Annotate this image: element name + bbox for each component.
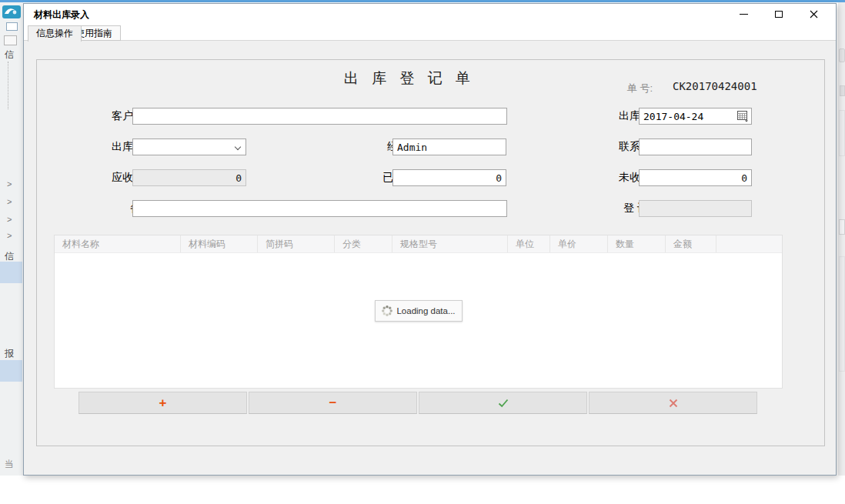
dialog-title: 材料出库录入	[34, 8, 89, 22]
plus-icon: +	[159, 396, 167, 411]
tab-page-content: 出 库 登 记 单 单 号: CK20170424001 客户名称 出库日期 出…	[24, 41, 837, 476]
calendar-icon[interactable]	[737, 111, 749, 122]
window-icon[interactable]	[6, 22, 18, 31]
col-unit[interactable]: 单位	[508, 235, 550, 252]
order-no-label: 单 号:	[597, 82, 653, 95]
col-amount[interactable]: 金额	[666, 235, 716, 252]
parent-sidebar-fragment: 信 > > > > 信 报 当	[0, 2, 23, 476]
sidebar-label-fragment: 信	[5, 48, 14, 62]
maximize-icon	[775, 11, 783, 18]
action-bar: + −	[78, 392, 757, 414]
chevron-down-icon	[235, 144, 241, 150]
parent-window-fragment	[840, 85, 845, 96]
screen: 信 > > > > 信 报 当 材料出库录入 信息操作 使用指南	[0, 0, 845, 504]
out-date-input[interactable]	[640, 108, 733, 124]
out-date-picker[interactable]	[639, 108, 752, 125]
parent-window-top-accent	[0, 0, 845, 2]
spinner-icon	[382, 305, 392, 316]
search-box-fragment-icon[interactable]	[4, 35, 17, 45]
tree-dotted-line	[8, 62, 8, 109]
col-unit-price[interactable]: 单价	[550, 235, 608, 252]
tabstrip: 信息操作 使用指南	[24, 24, 836, 41]
col-quantity[interactable]: 数量	[608, 235, 666, 252]
registrant-input	[639, 200, 752, 217]
sidebar-label-fragment: 报	[5, 347, 14, 360]
loading-text: Loading data...	[396, 306, 455, 315]
out-type-select[interactable]	[132, 139, 246, 155]
parent-window-fragment	[839, 256, 845, 372]
statusbar-label-fragment: 当	[5, 458, 14, 471]
tab-info-operation[interactable]: 信息操作	[28, 25, 82, 42]
tree-expand-icon[interactable]: >	[7, 215, 18, 224]
parent-window-fragment	[839, 110, 845, 156]
col-pinyin-code[interactable]: 简拼码	[258, 235, 335, 252]
col-filler	[716, 235, 782, 252]
loading-indicator: Loading data...	[375, 300, 463, 322]
close-icon	[810, 10, 818, 18]
remove-row-button[interactable]: −	[249, 392, 417, 414]
add-row-button[interactable]: +	[78, 392, 247, 414]
parent-window-bottom-area	[0, 476, 845, 504]
parent-window-right-fragment	[838, 2, 845, 476]
col-material-name[interactable]: 材料名称	[55, 235, 181, 252]
materials-table-header: 材料名称材料编码简拼码分类规格型号单位单价数量金额	[55, 235, 782, 253]
col-material-code[interactable]: 材料编码	[181, 235, 258, 252]
parent-window-fragment	[839, 219, 845, 235]
received-input[interactable]	[392, 169, 506, 186]
order-no-value: CK20170424001	[673, 80, 757, 92]
maximize-button[interactable]	[761, 4, 796, 24]
confirm-button[interactable]	[419, 392, 587, 414]
dialog-titlebar[interactable]: 材料出库录入	[24, 4, 836, 24]
remark-input[interactable]	[132, 200, 507, 217]
col-spec-model[interactable]: 规格型号	[392, 235, 508, 252]
form-title: 出 库 登 记 单	[309, 68, 509, 88]
cancel-button[interactable]	[589, 392, 757, 414]
minimize-button[interactable]	[726, 4, 761, 24]
sidebar-selected-item[interactable]	[0, 262, 22, 283]
phone-input[interactable]	[639, 139, 752, 155]
tree-expand-icon[interactable]: >	[7, 231, 18, 240]
customer-name-input[interactable]	[132, 108, 507, 125]
close-button[interactable]	[797, 4, 831, 24]
minimize-icon	[740, 14, 748, 15]
handler-input[interactable]	[392, 139, 506, 155]
parent-window-fragment	[839, 48, 845, 62]
tree-expand-icon[interactable]: >	[7, 179, 18, 189]
col-category[interactable]: 分类	[335, 235, 392, 252]
tree-expand-icon[interactable]: >	[7, 197, 18, 206]
outbound-form-groupbox: 出 库 登 记 单 单 号: CK20170424001 客户名称 出库日期 出…	[36, 59, 825, 446]
receivable-input	[132, 169, 246, 186]
app-logo-icon	[2, 5, 21, 18]
check-icon	[498, 399, 509, 408]
cross-icon	[669, 399, 678, 408]
minus-icon: −	[329, 396, 337, 411]
sidebar-selected-item[interactable]	[0, 360, 22, 382]
unreceived-input[interactable]	[639, 169, 752, 186]
dialog-material-outbound-entry: 材料出库录入 信息操作 使用指南 出 库 登 记 单 单 号: CK201704…	[23, 3, 837, 476]
